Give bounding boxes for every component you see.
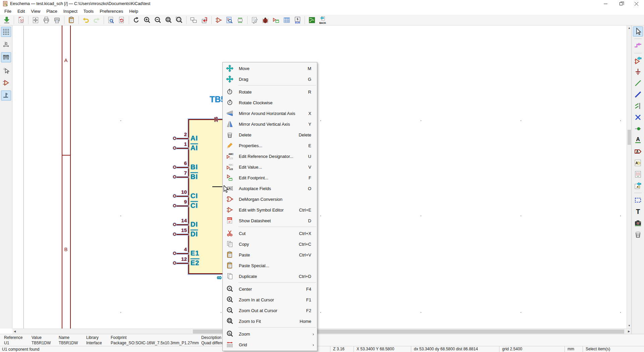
context-menu-item-edit-with-symbol-editor[interactable]: Edit with Symbol EditorCtrl+E [223, 204, 317, 215]
highlight-net-button[interactable] [633, 41, 643, 51]
menu-item-label: Mirror Around Vertical Axis [239, 122, 290, 127]
run-pcbnew-button[interactable] [307, 15, 317, 25]
schematic-canvas[interactable]: ABTB5R1DW2AI1AI6BI7BI10CI9CI14DI15DI4E11… [12, 25, 627, 329]
place-net-label-button[interactable]: A [633, 135, 643, 145]
context-menu-item-demorgan-conversion[interactable]: DeMorgan Conversion [223, 194, 317, 204]
vertical-scrollbar[interactable]: ▲ ▼ [627, 25, 631, 329]
context-menu-item-copy[interactable]: CopyCtrl+C [223, 239, 317, 249]
redo-button[interactable] [92, 15, 102, 25]
import-sheet-pin-button[interactable]: A [633, 181, 643, 191]
context-menu-item-center[interactable]: CenterF4 [223, 284, 317, 294]
erc-button[interactable] [260, 15, 270, 25]
symbol-editor-button[interactable] [214, 15, 224, 25]
menu-place[interactable]: Place [43, 8, 60, 14]
undo-button[interactable] [81, 15, 91, 25]
scroll-down-arrow[interactable]: ▼ [627, 323, 632, 329]
select-tool-button[interactable] [633, 26, 643, 37]
zoom-selection-button[interactable] [174, 15, 184, 25]
context-menu-item-grid[interactable]: Grid› [223, 339, 317, 350]
delete-tool-button[interactable] [633, 229, 643, 239]
context-menu-item-properties[interactable]: Properties...E [223, 140, 317, 151]
context-menu-item-duplicate[interactable]: DuplicateCtrl+D [223, 271, 317, 282]
menu-file[interactable]: File [1, 8, 14, 14]
place-bus-button[interactable] [633, 90, 643, 100]
context-menu-item-rotate-clockwise[interactable]: Rotate Clockwise [223, 97, 317, 108]
find-button[interactable] [106, 15, 116, 25]
context-menu-item-edit-footprint[interactable]: Edit Footprint...F [223, 172, 317, 183]
units-inches-button[interactable]: in [1, 40, 11, 50]
scroll-up-arrow[interactable]: ▲ [627, 25, 632, 31]
plot-button[interactable] [52, 15, 62, 25]
context-menu-item-mirror-around-vertical-axis[interactable]: Mirror Around Vertical AxisY [223, 119, 317, 129]
place-hierarchical-label-button[interactable]: A [633, 158, 643, 168]
context-menu-item-zoom-to-fit[interactable]: Zoom to FitHome [223, 316, 317, 327]
bom-button[interactable]: $BOM [292, 15, 303, 25]
symbol-browser-button[interactable] [224, 15, 234, 25]
context-menu-item-paste[interactable]: PasteCtrl+V [223, 249, 317, 260]
menu-inspect[interactable]: Inspect [60, 8, 80, 14]
v-scroll-thumb[interactable] [628, 130, 631, 145]
scroll-left-arrow[interactable]: ◀ [12, 329, 17, 334]
back-annotate-button[interactable]: BACK [318, 15, 328, 25]
footprint-editor-button[interactable] [235, 15, 245, 25]
cursor-shape-button[interactable] [1, 65, 11, 75]
place-graphic-lines-button[interactable] [633, 195, 643, 205]
scroll-right-arrow[interactable]: ▶ [627, 329, 631, 334]
zoom-fit-button[interactable] [163, 15, 173, 25]
menu-preferences[interactable]: Preferences [97, 8, 126, 14]
place-image-button[interactable] [633, 218, 643, 228]
delete-tool-icon [634, 230, 642, 238]
context-menu-item-autoplace-fields[interactable]: AAutoplace FieldsO [223, 183, 317, 194]
field-label: Name [59, 335, 69, 340]
context-menu-item-mirror-around-horizontal-axis[interactable]: Mirror Around Horizontal AxisX [223, 108, 317, 119]
place-no-connect-button[interactable] [633, 112, 643, 122]
context-menu-item-zoom-out-at-cursor[interactable]: Zoom Out at CursorF2 [223, 305, 317, 316]
context-menu-item-show-datasheet[interactable]: PDFShow DatasheetD [223, 215, 317, 226]
menu-view[interactable]: View [28, 8, 43, 14]
zoom-in-button[interactable] [142, 15, 152, 25]
refresh-button[interactable] [131, 15, 141, 25]
place-bus-entry-button[interactable] [633, 101, 643, 111]
context-menu-item-edit-value[interactable]: ABC123Edit Value...V [223, 162, 317, 172]
print-button[interactable] [41, 15, 51, 25]
place-text-button[interactable]: T [633, 207, 643, 217]
hierarchy-navigator-button[interactable] [189, 15, 199, 25]
find-replace-button[interactable] [117, 15, 127, 25]
horizontal-scrollbar[interactable]: ◀ ▶ [12, 329, 631, 334]
grid-toggle-button[interactable] [1, 27, 11, 37]
restore-button[interactable] [613, 0, 629, 7]
context-menu-item-move[interactable]: MoveM [223, 63, 317, 74]
close-button[interactable] [629, 0, 644, 7]
menu-tools[interactable]: Tools [80, 8, 97, 14]
menu-edit[interactable]: Edit [14, 8, 28, 14]
context-menu-item-zoom[interactable]: Zoom› [223, 329, 317, 339]
place-hierarchical-sheet-button[interactable] [633, 169, 643, 179]
context-menu-item-paste-special[interactable]: Paste Special... [223, 260, 317, 271]
menu-help[interactable]: Help [126, 8, 141, 14]
place-power-port-button[interactable] [633, 67, 643, 77]
context-menu-item-edit-reference-designator[interactable]: ABC123Edit Reference Designator...U [223, 151, 317, 162]
assign-footprints-button[interactable] [271, 15, 281, 25]
context-menu-item-delete[interactable]: DeleteDelete [223, 129, 317, 140]
paste-button[interactable] [66, 15, 76, 25]
context-menu-item-cut[interactable]: CutCtrl+X [223, 228, 317, 239]
hidden-pins-button[interactable] [1, 78, 11, 88]
symbol-fields-table-button[interactable] [282, 15, 292, 25]
place-global-label-button[interactable]: A [633, 146, 643, 157]
place-symbol-button[interactable] [633, 55, 643, 65]
minimize-button[interactable] [598, 0, 613, 7]
context-menu-item-drag[interactable]: DragG [223, 74, 317, 84]
place-wire-button[interactable] [633, 78, 643, 88]
place-junction-button[interactable] [633, 124, 643, 134]
zoom-out-button[interactable] [153, 15, 163, 25]
context-menu-item-rotate[interactable]: RotateR [223, 86, 317, 97]
page-settings-button[interactable] [31, 15, 41, 25]
annotate-button[interactable] [250, 15, 260, 25]
schematic-setup-button[interactable] [16, 15, 26, 25]
save-button[interactable] [2, 15, 12, 25]
hv-wire-mode-button[interactable] [1, 91, 11, 101]
units-mm-button[interactable]: mm [1, 52, 11, 62]
grid-dot [421, 312, 421, 313]
context-menu-item-zoom-in-at-cursor[interactable]: Zoom In at CursorF1 [223, 294, 317, 305]
leave-sheet-button[interactable] [199, 15, 209, 25]
